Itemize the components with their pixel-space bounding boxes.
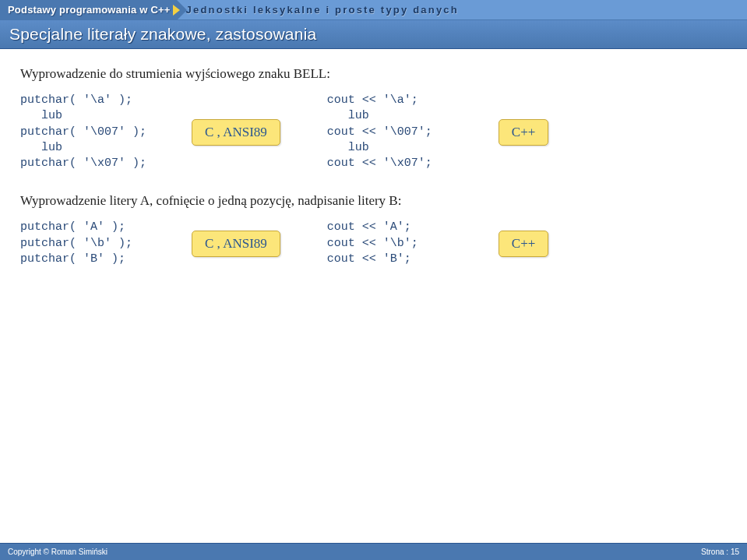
badge-cpp-2: C++ (499, 231, 549, 257)
content: Wyprowadzenie do strumienia wyjściowego … (0, 49, 747, 543)
example-row-1: putchar( '\a' ); lub putchar( '\007' ); … (20, 93, 727, 171)
section-name: Jednostki leksykalne i proste typy danyc… (186, 4, 459, 16)
code-cpp-2: cout << 'A'; cout << '\b'; cout << 'B'; (327, 220, 483, 267)
code-c-1: putchar( '\a' ); lub putchar( '\007' ); … (20, 93, 176, 171)
lead-1: Wyprowadzenie do strumienia wyjściowego … (20, 66, 727, 82)
code-c-2: putchar( 'A' ); putchar( '\b' ); putchar… (20, 220, 176, 267)
topbar: Podstawy programowania w C++ Jednostki l… (0, 0, 747, 20)
badge-cpp-1: C++ (499, 119, 549, 146)
breadcrumb-arrow-accent (173, 5, 180, 16)
course-name: Podstawy programowania w C++ (0, 0, 177, 20)
footer-copyright: Copyright © Roman Simiński (8, 548, 107, 556)
badge-c-ansi89-2: C , ANSI89 (192, 231, 280, 257)
page-title: Specjalne literały znakowe, zastosowania (9, 25, 738, 44)
lead-2: Wyprowadzenie litery A, cofnięcie o jedn… (20, 193, 727, 209)
code-cpp-1: cout << '\a'; lub cout << '\007'; lub co… (327, 93, 483, 171)
badge-c-ansi89: C , ANSI89 (192, 119, 280, 146)
footer: Copyright © Roman Simiński Strona : 15 (0, 543, 747, 560)
example-row-2: putchar( 'A' ); putchar( '\b' ); putchar… (20, 220, 727, 267)
course-name-text: Podstawy programowania w C++ (8, 4, 171, 16)
titlebar: Specjalne literały znakowe, zastosowania (0, 20, 747, 49)
footer-page: Strona : 15 (701, 548, 739, 556)
